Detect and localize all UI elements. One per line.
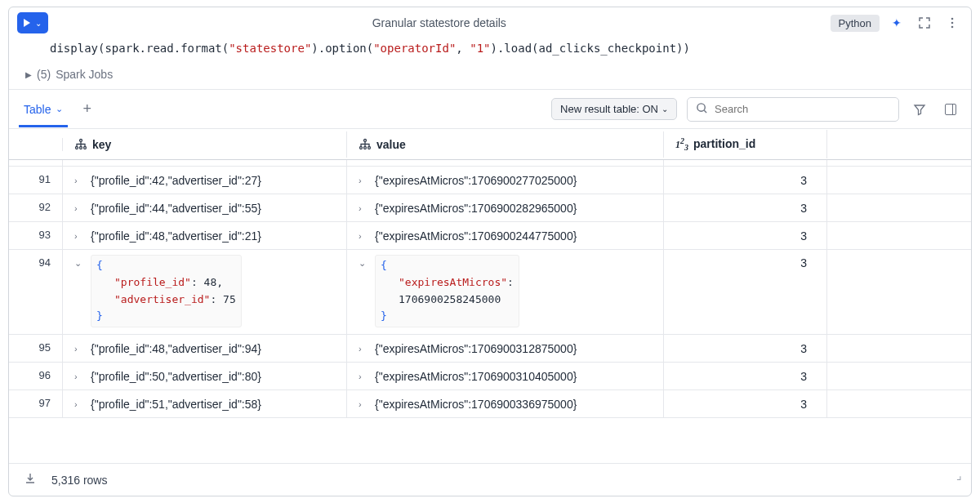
row-number: 92 <box>9 194 63 221</box>
search-input[interactable] <box>715 103 890 115</box>
row-number: 93 <box>9 222 63 249</box>
chevron-right-icon[interactable]: › <box>359 229 368 241</box>
cell-partition: 3 <box>664 335 827 362</box>
svg-point-5 <box>76 146 78 149</box>
table-row[interactable]: 91›{"profile_id":42,"advertiser_id":27}›… <box>9 167 971 194</box>
cell-partition: 3 <box>664 167 827 194</box>
chevron-right-icon[interactable]: › <box>359 370 368 381</box>
row-number-header <box>9 138 63 151</box>
svg-point-10 <box>364 146 367 149</box>
arrow-right-icon: ▶ <box>25 70 32 79</box>
json-collapsed: {"profile_id":50,"advertiser_id":80} <box>91 370 261 383</box>
cell-value[interactable]: ›{"expiresAtMicros":1706900336975000} <box>347 390 664 417</box>
search-icon <box>696 102 708 117</box>
fullscreen-icon[interactable] <box>914 12 935 33</box>
cell-key[interactable]: ›{"profile_id":48,"advertiser_id":94} <box>63 335 347 362</box>
numeric-type-icon: 123 <box>675 136 688 152</box>
json-collapsed: {"expiresAtMicros":1706900277025000} <box>375 174 577 187</box>
cell-header: ⌄ Granular statestore details Python ✦ <box>9 7 971 38</box>
spark-jobs-toggle[interactable]: ▶ (5) Spark Jobs <box>9 63 971 89</box>
cell-key[interactable]: ›{"profile_id":44,"advertiser_id":55} <box>63 194 347 221</box>
resize-corner-icon[interactable]: ⌟ <box>956 469 962 482</box>
run-button[interactable]: ⌄ <box>17 12 48 33</box>
struct-icon <box>74 138 87 151</box>
cell-key[interactable]: ›{"profile_id":48,"advertiser_id":21} <box>63 222 347 249</box>
table-footer: 5,316 rows <box>9 463 971 496</box>
cell-value[interactable]: ›{"expiresAtMicros":1706900277025000} <box>347 167 664 194</box>
result-panel: Table ⌄ + New result table: ON ⌄ <box>9 89 971 496</box>
table-row[interactable]: 94⌄{"profile_id": 48,"advertiser_id": 75… <box>9 250 971 335</box>
cell-key[interactable]: ›{"profile_id":51,"advertiser_id":58} <box>63 390 347 417</box>
cell-value[interactable]: ›{"expiresAtMicros":1706900244775000} <box>347 222 664 249</box>
result-tab-bar: Table ⌄ + New result table: ON ⌄ <box>9 90 971 129</box>
json-collapsed: {"expiresAtMicros":1706900282965000} <box>375 202 577 215</box>
cell-partition: 3 <box>664 222 827 249</box>
row-number: 91 <box>9 167 63 194</box>
cell-value[interactable]: ›{"expiresAtMicros":1706900310405000} <box>347 363 664 389</box>
download-icon[interactable] <box>24 472 37 487</box>
filter-icon[interactable] <box>909 99 930 120</box>
svg-point-11 <box>368 146 371 149</box>
chevron-down-icon[interactable]: ⌄ <box>74 256 84 269</box>
play-icon <box>24 19 30 27</box>
chevron-right-icon[interactable]: › <box>74 398 84 409</box>
chevron-right-icon[interactable]: › <box>74 202 84 213</box>
json-collapsed: {"profile_id":48,"advertiser_id":94} <box>91 342 261 355</box>
cell-partition: 3 <box>664 363 827 389</box>
json-expanded: {"profile_id": 48,"advertiser_id": 75} <box>91 255 242 327</box>
cell-key[interactable]: ⌄{"profile_id": 48,"advertiser_id": 75} <box>63 250 347 334</box>
row-count-label: 5,316 rows <box>51 474 107 487</box>
cell-key[interactable]: ›{"profile_id":50,"advertiser_id":80} <box>63 363 347 389</box>
kebab-menu-icon[interactable] <box>942 12 963 33</box>
assistant-icon[interactable]: ✦ <box>886 12 907 33</box>
column-header-partition[interactable]: 123 partition_id <box>664 130 827 158</box>
cell-value[interactable]: ›{"expiresAtMicros":1706900312875000} <box>347 335 664 362</box>
svg-point-7 <box>84 146 87 149</box>
json-collapsed: {"expiresAtMicros":1706900312875000} <box>375 342 577 355</box>
column-header-key[interactable]: key <box>63 131 347 158</box>
json-collapsed: {"profile_id":51,"advertiser_id":58} <box>91 398 261 411</box>
chevron-right-icon[interactable]: › <box>359 174 368 185</box>
row-number: 95 <box>9 335 63 362</box>
add-tab-button[interactable]: + <box>78 100 96 118</box>
svg-point-9 <box>360 146 363 149</box>
panel-toggle-icon[interactable] <box>940 99 961 120</box>
table-row[interactable]: 95›{"profile_id":48,"advertiser_id":94}›… <box>9 335 971 363</box>
chevron-right-icon[interactable]: › <box>74 342 84 354</box>
chevron-right-icon[interactable]: › <box>359 398 368 409</box>
table-row[interactable]: 96›{"profile_id":50,"advertiser_id":80}›… <box>9 363 971 390</box>
column-header-value[interactable]: value <box>347 131 664 158</box>
chevron-right-icon[interactable]: › <box>359 342 368 354</box>
row-number: 97 <box>9 390 63 417</box>
json-collapsed: {"profile_id":48,"advertiser_id":21} <box>91 229 261 243</box>
table-row[interactable]: 97›{"profile_id":51,"advertiser_id":58}›… <box>9 390 971 418</box>
chevron-down-icon[interactable]: ⌄ <box>359 256 368 269</box>
struct-icon <box>359 138 372 151</box>
result-table-toggle[interactable]: New result table: ON ⌄ <box>551 98 677 120</box>
table-partial-row <box>9 160 971 167</box>
cell-value[interactable]: ⌄{"expiresAtMicros":1706900258245000} <box>347 250 664 334</box>
row-number: 96 <box>9 363 63 389</box>
cell-value[interactable]: ›{"expiresAtMicros":1706900282965000} <box>347 194 664 221</box>
table-header-row: key value 123 partition_id <box>9 129 971 160</box>
chevron-right-icon[interactable]: › <box>74 370 84 381</box>
chevron-down-icon: ⌄ <box>35 19 42 28</box>
chevron-right-icon[interactable]: › <box>74 174 84 185</box>
svg-point-3 <box>697 103 705 110</box>
table-row[interactable]: 92›{"profile_id":44,"advertiser_id":55}›… <box>9 194 971 222</box>
code-content[interactable]: display(spark.read.format("statestore").… <box>9 38 971 63</box>
chevron-down-icon: ⌄ <box>662 105 668 114</box>
cell-partition: 3 <box>664 390 827 417</box>
chevron-right-icon[interactable]: › <box>359 202 368 213</box>
search-box[interactable] <box>687 97 899 122</box>
chevron-down-icon: ⌄ <box>56 104 63 114</box>
cell-partition: 3 <box>664 250 827 334</box>
cell-key[interactable]: ›{"profile_id":42,"advertiser_id":27} <box>63 167 347 194</box>
svg-point-0 <box>951 18 954 20</box>
language-badge[interactable]: Python <box>831 15 880 32</box>
json-collapsed: {"expiresAtMicros":1706900336975000} <box>375 398 577 411</box>
chevron-right-icon[interactable]: › <box>74 229 84 241</box>
tab-table[interactable]: Table ⌄ <box>19 91 68 127</box>
svg-point-8 <box>364 139 367 141</box>
table-row[interactable]: 93›{"profile_id":48,"advertiser_id":21}›… <box>9 222 971 250</box>
